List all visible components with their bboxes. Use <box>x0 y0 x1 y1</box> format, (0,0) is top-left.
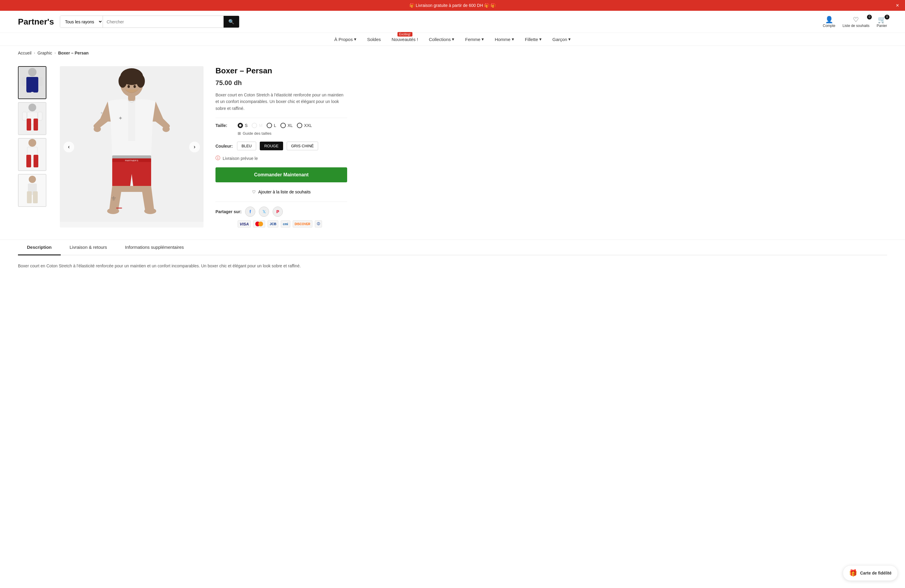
share-facebook[interactable]: f <box>245 207 255 217</box>
thumbnail-4[interactable] <box>18 174 46 207</box>
breadcrumb-home[interactable]: Accueil <box>18 51 32 56</box>
chevron-down-icon: ▾ <box>539 37 542 42</box>
nav-item-soldes[interactable]: Soldes <box>367 37 381 42</box>
nav-label-garcon: Garçon <box>553 37 567 42</box>
share-pinterest[interactable]: P <box>273 207 283 217</box>
delivery-text: Livraison prévue le <box>223 156 258 161</box>
svg-rect-4 <box>33 84 38 92</box>
main-product-image-wrap: PARTNER'S ✦ ⚜ ⚜ <box>60 66 203 227</box>
product-price: 75.00 dh <box>216 79 347 87</box>
wishlist-add-button[interactable]: ♡ Ajouter à la liste de souhaits <box>216 187 347 197</box>
search-area: Tous les rayons 🔍 <box>60 16 240 28</box>
search-input[interactable] <box>103 16 224 27</box>
account-icon: 👤 <box>825 16 833 24</box>
banner-text: 🎁 Livraison gratuite à partir de 600 DH … <box>410 3 495 8</box>
nav-item-homme[interactable]: Homme ▾ <box>495 37 514 42</box>
svg-rect-22 <box>27 191 32 203</box>
nav-item-collections[interactable]: Collections ▾ <box>429 37 454 42</box>
svg-point-35 <box>107 208 119 214</box>
cmi-icon: cmi <box>281 220 290 227</box>
tab-content-description: Boxer court en Coton Stretch à l'élastic… <box>18 255 887 277</box>
chevron-down-icon: ▾ <box>452 37 454 42</box>
nav-item-garcon[interactable]: Garçon ▾ <box>553 37 571 42</box>
discover-icon: DISCOVER <box>293 220 313 227</box>
color-gris-chine[interactable]: GRIS CHINÉ <box>287 141 318 150</box>
pinterest-icon: P <box>276 209 279 214</box>
tab-livraison[interactable]: Livraison & retours <box>61 240 116 255</box>
share-label: Partager sur: <box>216 209 241 214</box>
search-category-select[interactable]: Tous les rayons <box>60 16 103 27</box>
chevron-down-icon: ▾ <box>568 37 571 42</box>
twitter-icon: 𝕏 <box>262 209 266 214</box>
size-guide-link[interactable]: ⊞ Guide des tailles <box>238 131 347 136</box>
product-area: PARTNER'S ✦ ⚜ ⚜ <box>0 60 905 240</box>
color-selector: Couleur: BLEU ROUGE GRIS CHINÉ <box>216 141 347 150</box>
order-button[interactable]: Commander Maintenant <box>216 167 347 182</box>
svg-point-20 <box>29 176 36 183</box>
delivery-icon: ⓘ <box>216 155 220 161</box>
carousel-prev-button[interactable]: ‹ <box>64 141 74 153</box>
thumbnail-2[interactable] <box>18 102 46 135</box>
account-label: Compte <box>823 24 835 28</box>
svg-rect-10 <box>27 119 31 130</box>
svg-point-8 <box>29 103 36 111</box>
main-nav: À Propos ▾ Soldes Exciting! Nouveautés !… <box>0 33 905 46</box>
nav-item-fillette[interactable]: Fillette ▾ <box>525 37 542 42</box>
size-option-l[interactable]: L <box>267 123 276 128</box>
svg-rect-18 <box>33 155 38 167</box>
svg-rect-40 <box>116 208 122 209</box>
svg-rect-5 <box>22 77 25 86</box>
product-thumbnails <box>18 66 48 227</box>
svg-rect-3 <box>27 84 32 92</box>
svg-text:⚜: ⚜ <box>100 111 103 114</box>
size-option-xl[interactable]: XL <box>280 123 293 128</box>
size-option-s[interactable]: S <box>238 123 248 128</box>
account-button[interactable]: 👤 Compte <box>823 16 835 28</box>
nav-item-apropos[interactable]: À Propos ▾ <box>334 37 356 42</box>
svg-point-31 <box>162 126 170 132</box>
share-twitter[interactable]: 𝕏 <box>259 207 269 217</box>
product-description: Boxer court en Coton Stretch à l'élastic… <box>216 92 347 112</box>
color-bleu[interactable]: BLEU <box>237 141 256 150</box>
nav-label-femme: Femme <box>465 37 480 42</box>
cart-button[interactable]: 🛒 0 Panier <box>876 16 887 28</box>
wishlist-button[interactable]: ♡ 0 Liste de souhaits <box>843 16 869 28</box>
wishlist-icon: ♡ <box>853 16 859 24</box>
cart-badge: 0 <box>884 15 889 19</box>
tab-description[interactable]: Description <box>18 240 61 255</box>
color-rouge[interactable]: ROUGE <box>260 141 283 150</box>
nav-label-nouveautes: Nouveautés ! <box>392 37 418 42</box>
search-button[interactable]: 🔍 <box>224 16 239 27</box>
logo[interactable]: Partner's <box>18 17 54 27</box>
exciting-badge: Exciting! <box>397 32 413 37</box>
breadcrumb-graphic[interactable]: Graphic <box>37 51 52 56</box>
thumbnail-3[interactable] <box>18 138 46 171</box>
nav-label-collections: Collections <box>429 37 451 42</box>
carousel-next-button[interactable]: › <box>189 141 200 153</box>
jcb-icon: JCB <box>268 220 278 227</box>
chevron-down-icon: ▾ <box>354 37 356 42</box>
cart-label: Panier <box>876 24 887 28</box>
size-text-xxl: XXL <box>304 123 312 128</box>
svg-point-41 <box>127 85 130 88</box>
svg-point-28 <box>137 75 145 88</box>
size-radio-s <box>238 123 243 128</box>
banner-close[interactable]: × <box>896 2 899 9</box>
tab-info-sup[interactable]: Informations supplémentaires <box>116 240 193 255</box>
size-option-xxl[interactable]: XXL <box>297 123 312 128</box>
size-text-xl: XL <box>287 123 293 128</box>
chevron-down-icon: ▾ <box>512 37 514 42</box>
nav-label-fillette: Fillette <box>525 37 538 42</box>
svg-text:⚜: ⚜ <box>111 195 117 202</box>
color-label: Couleur: <box>216 144 233 148</box>
header: Partner's Tous les rayons 🔍 👤 Compte ♡ 0… <box>0 11 905 33</box>
heart-icon: ♡ <box>252 189 256 194</box>
breadcrumb: Accueil › Graphic › Boxer – Persan <box>0 46 905 60</box>
size-text-m: M <box>259 123 262 128</box>
nav-item-femme[interactable]: Femme ▾ <box>465 37 484 42</box>
size-option-m[interactable]: M <box>252 123 262 128</box>
svg-text:✦: ✦ <box>118 115 123 121</box>
thumbnail-1[interactable] <box>18 66 46 99</box>
nav-item-nouveautes[interactable]: Exciting! Nouveautés ! <box>392 37 418 42</box>
size-label: Taille: <box>216 123 233 128</box>
